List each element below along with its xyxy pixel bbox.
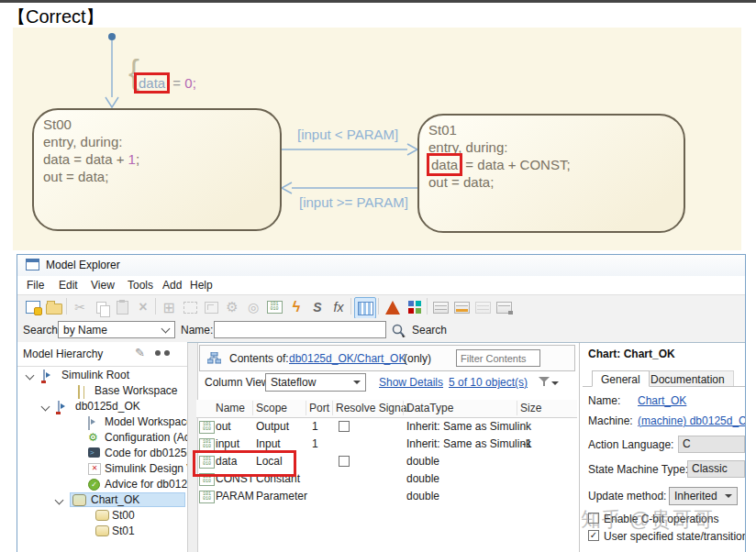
tree-item-st00[interactable]: St00 xyxy=(17,508,187,524)
advice-check-icon: ✓ xyxy=(88,479,100,491)
search-button[interactable]: Search xyxy=(412,324,447,337)
tree-item-simulink-root[interactable]: Simulink Root xyxy=(17,368,187,383)
machine-link[interactable]: (machine) db0125d_C xyxy=(638,414,746,427)
title-bar[interactable]: Model Explorer xyxy=(17,255,745,277)
delete-icon[interactable]: × xyxy=(133,297,153,317)
window-grid-icon[interactable]: ⊞ xyxy=(159,297,179,317)
action-language-field[interactable]: C xyxy=(678,436,745,453)
resolve-signal-checkbox[interactable] xyxy=(339,421,350,432)
chevron-down-icon[interactable] xyxy=(55,496,64,505)
state-name: St01 xyxy=(428,121,684,138)
menu-help[interactable]: Help xyxy=(190,279,213,292)
chevron-down-icon[interactable] xyxy=(26,371,35,381)
show-details-link[interactable]: Show Details xyxy=(379,376,443,389)
copy-icon[interactable] xyxy=(91,297,111,317)
sfunction-icon[interactable]: S xyxy=(307,297,328,317)
tree-item-st01[interactable]: St01 xyxy=(17,524,187,539)
column-view-dropdown[interactable]: Stateflow xyxy=(265,373,366,392)
watermark: 知乎 @贵哥哥 xyxy=(581,508,746,532)
copy-lock-icon[interactable] xyxy=(494,297,514,317)
table-row-out[interactable]: out Output 1 Inherit: Same as Simulink xyxy=(196,418,577,436)
menu-add[interactable]: Add xyxy=(162,279,182,292)
filter-funnel-icon[interactable] xyxy=(539,376,550,387)
search-mode-dropdown[interactable]: by Name xyxy=(58,321,175,338)
filter-contents-input[interactable] xyxy=(456,349,540,367)
default-transition-dot xyxy=(108,33,116,40)
tree-item-advice[interactable]: ✓ Advice for db0125d_O xyxy=(17,477,187,492)
col-resolve-signal[interactable]: Resolve Signal xyxy=(336,402,409,414)
row-filter-icon[interactable] xyxy=(430,297,450,317)
fx-icon[interactable]: fx xyxy=(328,297,349,317)
col-datatype[interactable]: DataType xyxy=(406,402,453,414)
transition-label-top[interactable]: [input < PARAM] xyxy=(297,127,398,142)
workspace-grid-icon xyxy=(78,385,80,399)
data-object-icon[interactable] xyxy=(264,297,284,317)
data-highlight-box: data xyxy=(134,72,170,94)
contents-of-label: Contents of: xyxy=(229,352,289,365)
menu-view[interactable]: View xyxy=(91,279,115,292)
data-object-icon xyxy=(199,491,215,503)
pencil-icon[interactable]: ✎ xyxy=(135,346,145,359)
chevron-down-icon[interactable] xyxy=(41,403,50,412)
matlab-icon[interactable] xyxy=(383,297,403,317)
menu-edit[interactable]: Edit xyxy=(59,279,78,292)
gear-icon[interactable]: ⚙ xyxy=(222,297,242,317)
column-view-icon[interactable] xyxy=(354,297,376,319)
glasses-icon[interactable] xyxy=(155,349,170,357)
search-icon[interactable] xyxy=(389,321,407,339)
colored-grid-icon[interactable] xyxy=(405,297,425,317)
row-edit-icon[interactable] xyxy=(472,297,493,317)
tree-item-model[interactable]: db0125d_OK xyxy=(17,399,187,414)
dashed-box-icon[interactable] xyxy=(180,297,200,317)
search-row: Search: by Name Name: Search xyxy=(17,318,745,343)
default-transition-label[interactable]: data = 0; xyxy=(136,75,196,91)
object-count-link[interactable]: 5 of 10 object(s) xyxy=(449,376,528,389)
tab-documentation[interactable]: Documentation xyxy=(641,370,734,387)
tree-item-base-workspace[interactable]: Base Workspace xyxy=(17,383,187,399)
transition-label-bottom[interactable]: [input >= PARAM] xyxy=(299,194,408,210)
contents-header: Contents of: db0125d_OK/Chart_OK (only) xyxy=(199,345,575,371)
lightning-icon[interactable]: ϟ xyxy=(286,297,306,317)
paste-icon[interactable] xyxy=(112,297,132,317)
menu-file[interactable]: File xyxy=(27,279,44,292)
tree-item-chart-ok-selected[interactable]: Chart_OK xyxy=(17,492,187,508)
col-size[interactable]: Size xyxy=(520,402,541,414)
col-name[interactable]: Name xyxy=(216,402,245,414)
contents-path-link[interactable]: db0125d_OK/Chart_OK xyxy=(289,352,406,365)
tree-item-code[interactable]: > Code for db0125d_OK xyxy=(17,446,187,461)
resolve-signal-checkbox[interactable] xyxy=(339,456,350,467)
toolbar: ✂ × ⊞ ⚙ ◎ ϟ S fx xyxy=(17,294,745,320)
hierarchy-chart-icon xyxy=(207,352,221,367)
column-view-row: Column View: Stateflow Show Details 5 of… xyxy=(199,372,577,394)
state-st00[interactable]: St00 entry, during: data = data + 1; out… xyxy=(32,108,282,231)
table-header: Name Scope Port Resolve Signal DataType … xyxy=(196,400,577,418)
hierarchy-header-label: Model Hierarchy xyxy=(23,348,103,360)
state-st01[interactable]: St01 entry, during: data = data + CONST;… xyxy=(417,114,685,233)
machine-label: Machine: xyxy=(588,414,633,427)
menu-tools[interactable]: Tools xyxy=(128,279,153,292)
subsystem-icon[interactable] xyxy=(201,297,221,317)
new-model-button[interactable] xyxy=(23,297,43,317)
model-icon xyxy=(58,401,60,414)
row-add-icon[interactable] xyxy=(451,297,472,317)
funnel-caret-icon[interactable] xyxy=(551,381,559,385)
circle-icon[interactable]: ◎ xyxy=(243,297,263,317)
tab-general[interactable]: General xyxy=(592,370,650,387)
search-name-input[interactable] xyxy=(214,321,386,338)
update-method-dropdown[interactable]: Inherited xyxy=(669,487,738,505)
open-button[interactable] xyxy=(44,297,64,317)
tree-item-configuration[interactable]: ⚙ Configuration (Active) xyxy=(17,430,187,446)
tree-item-design-verifier[interactable]: ✕ Simulink Design Verifier xyxy=(17,461,187,477)
chart-name-link[interactable]: Chart_OK xyxy=(638,394,686,407)
col-scope[interactable]: Scope xyxy=(256,402,287,414)
cut-icon[interactable]: ✂ xyxy=(70,297,90,317)
update-method-label: Update method: xyxy=(588,490,666,502)
hierarchy-header: Model Hierarchy ✎ xyxy=(17,342,187,367)
table-row-param[interactable]: PARAM Parameter double xyxy=(196,488,577,505)
search-label: Search: xyxy=(23,324,61,337)
page-title: 【Correct】 xyxy=(7,5,105,29)
state-machine-type-field[interactable]: Classic xyxy=(687,460,745,478)
col-port[interactable]: Port xyxy=(309,402,329,414)
tree-item-model-workspace[interactable]: Model Workspace xyxy=(17,414,187,430)
top-border xyxy=(0,0,756,3)
